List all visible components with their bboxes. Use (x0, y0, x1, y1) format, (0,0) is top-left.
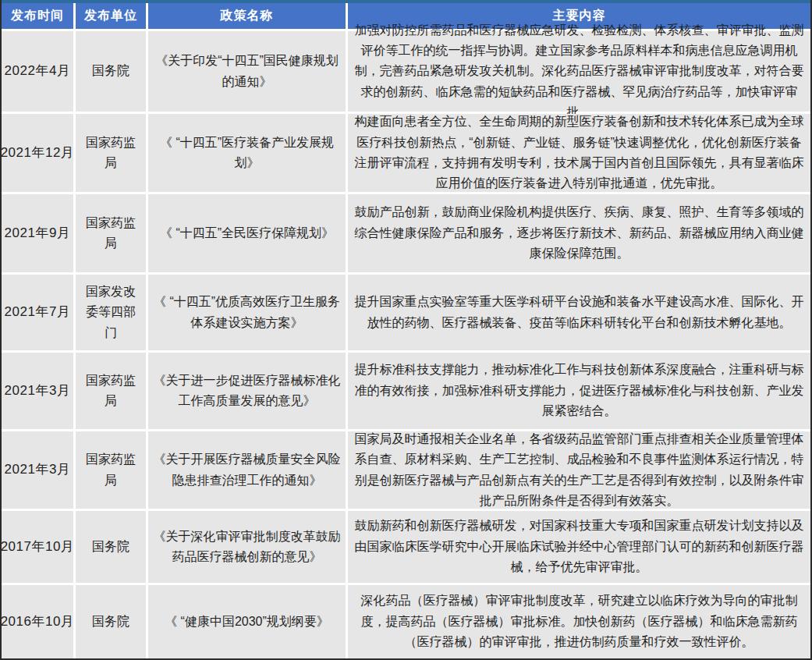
cell-date: 2021年7月 (2, 275, 73, 350)
cell-date: 2022年4月 (2, 31, 73, 112)
cell-policy: 《关于深化审评审批制度改革鼓励药品医疗器械创新的意见》 (148, 511, 346, 583)
cell-agency: 国务院 (76, 31, 146, 112)
cell-date: 2021年12月 (2, 114, 73, 192)
cell-agency: 国家药监局 (76, 114, 146, 192)
cell-policy: 《 “十四五”医疗装备产业发展规划》 (148, 114, 346, 192)
cell-content: 鼓励新药和创新医疗器械研发，对国家科技重大专项和国家重点研发计划支持以及由国家临… (348, 511, 810, 583)
cell-content: 提升国家重点实验室等重大医学科研平台设施和装备水平建设高水准、国际化、开放性的药… (348, 275, 810, 350)
cell-policy: 《关于进一步促进医疗器械标准化工作高质量发展的意见》 (148, 353, 346, 429)
cell-policy: 《 “健康中国2030”规划纲要》 (148, 585, 346, 658)
cell-agency: 国家药监局 (76, 431, 146, 509)
cell-date: 2016年10月 (2, 585, 73, 658)
cell-policy: 《关于印发“十四五”国民健康规划的通知》 (148, 31, 346, 112)
cell-agency: 国务院 (76, 511, 146, 583)
cell-content: 鼓励产品创新，鼓励商业保险机构提供医疗、疾病、康复、照护、生育等多领域的综合性健… (348, 194, 810, 272)
policy-table: 发布时间 发布单位 政策名称 主要内容 2022年4月 国务院 《关于印发“十四… (0, 0, 812, 660)
cell-agency: 国家药监局 (76, 194, 146, 272)
column-header-agency: 发布单位 (76, 3, 146, 29)
cell-policy: 《 “十四五”全民医疗保障规划》 (148, 194, 346, 272)
cell-agency: 国家药监局 (76, 353, 146, 429)
cell-content: 提升标准科技支撑能力，推动标准化工作与科技创新体系深度融合，注重科研与标准的有效… (348, 353, 810, 429)
cell-agency: 国家发改委等四部门 (76, 275, 146, 350)
cell-date: 2021年9月 (2, 194, 73, 272)
column-header-policy: 政策名称 (148, 3, 346, 29)
cell-content: 深化药品（医疗器械）审评审批制度改革，研究建立以临床疗效为导向的审批制度，提高药… (348, 585, 810, 658)
cell-content: 构建面向患者全方位、全生命周期的新型医疗装备创新和技术转化体系已成为全球医疗科技… (348, 114, 810, 192)
policy-table-grid: 发布时间 发布单位 政策名称 主要内容 2022年4月 国务院 《关于印发“十四… (2, 3, 810, 658)
cell-policy: 《 “十四五”优质高效医疗卫生服务体系建设实施方案》 (148, 275, 346, 350)
cell-content: 国家局及时通报相关企业名单，各省级药品监管部门重点排查相关企业质量管理体系自查、… (348, 431, 810, 509)
cell-content: 加强对防控所需药品和医疗器械应急研发、检验检测、体系核查、审评审批、监测评价等工… (348, 31, 810, 112)
cell-agency: 国务院 (76, 585, 146, 658)
cell-date: 2017年10月 (2, 511, 73, 583)
cell-policy: 《关于开展医疗器械质量安全风险隐患排查治理工作的通知》 (148, 431, 346, 509)
cell-date: 2021年3月 (2, 353, 73, 429)
column-header-date: 发布时间 (2, 3, 73, 29)
cell-date: 2021年3月 (2, 431, 73, 509)
